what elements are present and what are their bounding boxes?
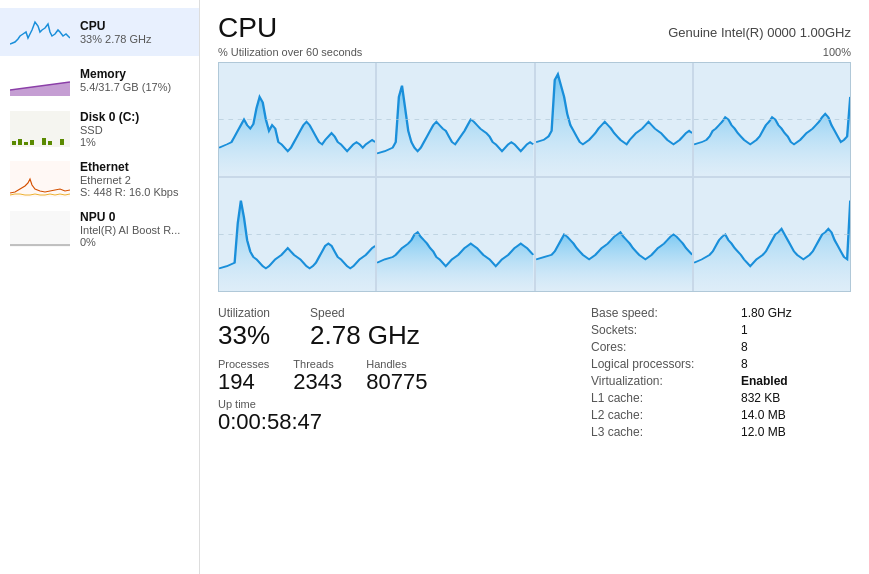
base-speed-key: Base speed: <box>591 306 721 320</box>
disk-sidebar-info: Disk 0 (C:) SSD 1% <box>80 110 189 148</box>
chart-label-text: % Utilization over 60 seconds <box>218 46 362 58</box>
sidebar: CPU 33% 2.78 GHz Memory 5.4/31.7 GB (17%… <box>0 0 200 574</box>
uptime-value: 0:00:58:47 <box>218 410 591 434</box>
uptime-block: Up time 0:00:58:47 <box>218 398 591 434</box>
main-header: CPU Genuine Intel(R) 0000 1.00GHz <box>218 12 851 44</box>
threads-value: 2343 <box>293 370 342 394</box>
memory-label: Memory <box>80 67 189 81</box>
ethernet-sidebar-info: Ethernet Ethernet 2 S: 448 R: 16.0 Kbps <box>80 160 189 198</box>
npu-sublabel: 0% <box>80 236 189 248</box>
chart-max-label: 100% <box>823 46 851 58</box>
logical-key: Logical processors: <box>591 357 721 371</box>
utilization-label: Utilization <box>218 306 270 320</box>
cpu-chart-4 <box>219 178 375 291</box>
cores-key: Cores: <box>591 340 721 354</box>
info-virt: Virtualization: Enabled <box>591 374 851 388</box>
memory-mini-chart <box>10 62 70 98</box>
svg-rect-8 <box>60 139 64 145</box>
processes-threads-handles-row: Processes 194 Threads 2343 Handles 80775 <box>218 358 591 394</box>
sidebar-item-memory[interactable]: Memory 5.4/31.7 GB (17%) <box>0 56 199 104</box>
memory-sublabel: 5.4/31.7 GB (17%) <box>80 81 189 93</box>
main-content: CPU Genuine Intel(R) 0000 1.00GHz % Util… <box>200 0 869 574</box>
svg-marker-16 <box>536 74 692 176</box>
info-cores: Cores: 8 <box>591 340 851 354</box>
info-base-speed: Base speed: 1.80 GHz <box>591 306 851 320</box>
svg-rect-7 <box>48 141 52 145</box>
cpu-chart-1 <box>377 63 533 176</box>
info-logical: Logical processors: 8 <box>591 357 851 371</box>
npu-sublabel2: Intel(R) AI Boost R... <box>80 224 189 236</box>
cpu-chart-7 <box>694 178 850 291</box>
page-title: CPU <box>218 12 277 44</box>
chart-description: % Utilization over 60 seconds 100% <box>218 46 851 58</box>
cpu-sidebar-info: CPU 33% 2.78 GHz <box>80 19 189 45</box>
stats-right: Base speed: 1.80 GHz Sockets: 1 Cores: 8… <box>591 306 851 442</box>
utilization-value: 33% <box>218 322 270 348</box>
sidebar-item-disk[interactable]: Disk 0 (C:) SSD 1% <box>0 104 199 154</box>
sidebar-item-npu[interactable]: NPU 0 Intel(R) AI Boost R... 0% <box>0 204 199 254</box>
svg-rect-10 <box>10 211 70 247</box>
npu-mini-chart <box>10 211 70 247</box>
speed-label: Speed <box>310 306 420 320</box>
svg-marker-14 <box>377 86 533 176</box>
cpu-chart-5 <box>377 178 533 291</box>
utilization-speed-row: Utilization 33% Speed 2.78 GHz <box>218 306 591 348</box>
cpu-label: CPU <box>80 19 189 33</box>
l1-val: 832 KB <box>741 391 780 405</box>
l2-key: L2 cache: <box>591 408 721 422</box>
handles-value: 80775 <box>366 370 427 394</box>
cpu-sublabel: 33% 2.78 GHz <box>80 33 189 45</box>
cpu-chart-6 <box>536 178 692 291</box>
ethernet-label: Ethernet <box>80 160 189 174</box>
sockets-val: 1 <box>741 323 748 337</box>
base-speed-val: 1.80 GHz <box>741 306 792 320</box>
l1-key: L1 cache: <box>591 391 721 405</box>
cpu-charts-grid <box>218 62 851 292</box>
cpu-chart-0 <box>219 63 375 176</box>
cores-val: 8 <box>741 340 748 354</box>
speed-value: 2.78 GHz <box>310 322 420 348</box>
cpu-chart-3 <box>694 63 850 176</box>
processes-value: 194 <box>218 370 269 394</box>
virt-val: Enabled <box>741 374 788 388</box>
info-l1: L1 cache: 832 KB <box>591 391 851 405</box>
ethernet-mini-chart <box>10 161 70 197</box>
cpu-model-label: Genuine Intel(R) 0000 1.00GHz <box>668 25 851 40</box>
svg-marker-26 <box>694 201 850 291</box>
handles-block: Handles 80775 <box>366 358 427 394</box>
ethernet-sublabel2: Ethernet 2 <box>80 174 189 186</box>
disk-mini-chart <box>10 111 70 147</box>
speed-block: Speed 2.78 GHz <box>310 306 420 348</box>
svg-rect-5 <box>30 140 34 145</box>
info-l3: L3 cache: 12.0 MB <box>591 425 851 439</box>
memory-sidebar-info: Memory 5.4/31.7 GB (17%) <box>80 67 189 93</box>
l3-key: L3 cache: <box>591 425 721 439</box>
sidebar-item-ethernet[interactable]: Ethernet Ethernet 2 S: 448 R: 16.0 Kbps <box>0 154 199 204</box>
ethernet-sublabel: S: 448 R: 16.0 Kbps <box>80 186 189 198</box>
sidebar-item-cpu[interactable]: CPU 33% 2.78 GHz <box>0 8 199 56</box>
npu-sidebar-info: NPU 0 Intel(R) AI Boost R... 0% <box>80 210 189 248</box>
cpu-chart-2 <box>536 63 692 176</box>
virt-key: Virtualization: <box>591 374 721 388</box>
l3-val: 12.0 MB <box>741 425 786 439</box>
utilization-block: Utilization 33% <box>218 306 270 348</box>
svg-marker-18 <box>694 97 850 176</box>
threads-block: Threads 2343 <box>293 358 342 394</box>
info-l2: L2 cache: 14.0 MB <box>591 408 851 422</box>
processes-block: Processes 194 <box>218 358 269 394</box>
l2-val: 14.0 MB <box>741 408 786 422</box>
sockets-key: Sockets: <box>591 323 721 337</box>
info-sockets: Sockets: 1 <box>591 323 851 337</box>
svg-rect-6 <box>42 138 46 145</box>
disk-label: Disk 0 (C:) <box>80 110 189 124</box>
cpu-mini-chart <box>10 14 70 50</box>
logical-val: 8 <box>741 357 748 371</box>
svg-rect-4 <box>24 142 28 145</box>
disk-sublabel: 1% <box>80 136 189 148</box>
npu-label: NPU 0 <box>80 210 189 224</box>
main-stats: Utilization 33% Speed 2.78 GHz Processes… <box>218 306 851 442</box>
disk-sublabel2: SSD <box>80 124 189 136</box>
stats-left: Utilization 33% Speed 2.78 GHz Processes… <box>218 306 591 442</box>
svg-rect-2 <box>12 141 16 145</box>
svg-rect-3 <box>18 139 22 145</box>
